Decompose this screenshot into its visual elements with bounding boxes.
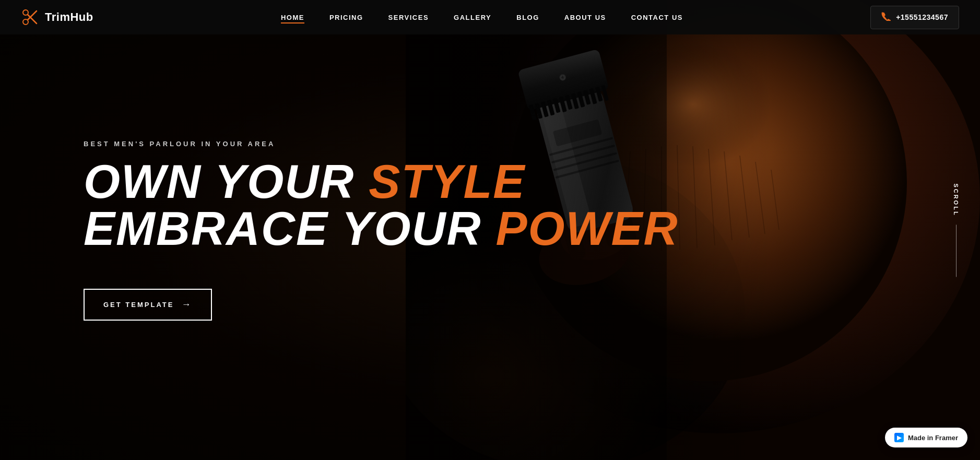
nav-link-pricing[interactable]: PRICING (329, 14, 363, 21)
hero-line1-text: OWN YOUR (84, 156, 369, 208)
nav-link-gallery[interactable]: GALLERY (454, 14, 491, 21)
arrow-right-icon: → (181, 299, 192, 310)
nav-item-gallery[interactable]: GALLERY (454, 13, 491, 22)
scroll-indicator: SCROLL (953, 183, 959, 277)
cta-label: GET TEMPLATE (103, 301, 174, 309)
phone-area[interactable]: +15551234567 (870, 6, 959, 29)
hero-line1-accent: STYLE (369, 156, 525, 208)
hero-content: BEST MEN'S PARLOUR IN YOUR AREA OWN YOUR… (0, 140, 678, 321)
nav-item-pricing[interactable]: PRICING (329, 13, 363, 22)
nav-item-home[interactable]: HOME (281, 13, 304, 22)
phone-icon (881, 11, 891, 23)
framer-logo-icon: ▶ (894, 433, 904, 442)
hero-title-line2: EMBRACE YOUR POWER (84, 205, 678, 252)
nav-item-contact[interactable]: CONTACT US (631, 13, 683, 22)
nav-link-about[interactable]: ABOUT US (564, 14, 606, 21)
nav-item-blog[interactable]: BLOG (516, 13, 539, 22)
nav-item-services[interactable]: SERVICES (388, 13, 429, 22)
scissors-icon (21, 8, 40, 27)
hero-line2-accent: POWER (495, 203, 678, 255)
nav-links: HOME PRICING SERVICES GALLERY BLOG ABOUT… (281, 13, 683, 22)
nav-link-home[interactable]: HOME (281, 14, 304, 23)
scroll-line (956, 225, 957, 277)
hero-cta-button[interactable]: GET TEMPLATE → (84, 289, 212, 321)
logo[interactable]: TrimHub (21, 8, 93, 27)
hero-title-line1: OWN YOUR STYLE (84, 158, 678, 205)
logo-text: TrimHub (45, 10, 93, 24)
scroll-text: SCROLL (953, 183, 959, 216)
hero-title: OWN YOUR STYLE EMBRACE YOUR POWER (84, 158, 678, 252)
phone-number: +15551234567 (896, 13, 948, 21)
framer-badge-label: Made in Framer (908, 434, 958, 442)
hero-subtitle: BEST MEN'S PARLOUR IN YOUR AREA (84, 140, 678, 148)
framer-badge[interactable]: ▶ Made in Framer (885, 428, 967, 447)
nav-link-contact[interactable]: CONTACT US (631, 14, 683, 21)
nav-link-blog[interactable]: BLOG (516, 14, 539, 21)
nav-item-about[interactable]: ABOUT US (564, 13, 606, 22)
nav-link-services[interactable]: SERVICES (388, 14, 429, 21)
hero-line2-text: EMBRACE YOUR (84, 203, 495, 255)
navbar: TrimHub HOME PRICING SERVICES GALLERY BL… (0, 0, 980, 34)
hero-section: BEST MEN'S PARLOUR IN YOUR AREA OWN YOUR… (0, 0, 980, 460)
